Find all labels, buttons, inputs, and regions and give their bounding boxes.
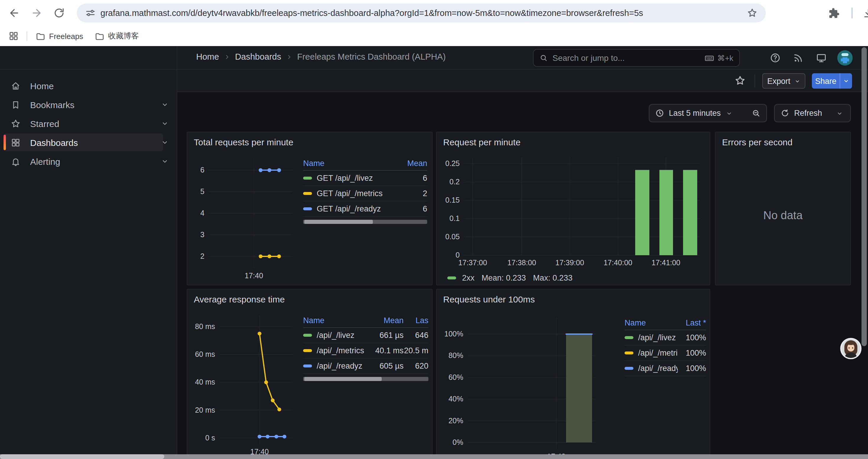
chevron-down-icon[interactable] — [161, 138, 169, 146]
bookmark-icon — [11, 100, 21, 109]
refresh-interval-button[interactable] — [829, 104, 851, 122]
user-avatar[interactable] — [837, 50, 852, 66]
panel-average-response-time: Average response time 80 ms60 ms40 ms20 … — [187, 289, 433, 459]
table-scrollbar[interactable] — [303, 220, 427, 224]
panel-title[interactable]: Average response time — [194, 294, 285, 304]
svg-text:40%: 40% — [448, 395, 463, 403]
chevron-down-icon — [794, 78, 800, 84]
total-requests-chart[interactable]: 6543217:40 — [192, 154, 296, 281]
column-header[interactable]: Name — [303, 159, 398, 167]
legend-table-row[interactable]: /api/_/livez100% — [625, 330, 706, 346]
sidebar-item-dashboards[interactable]: Dashboards — [4, 133, 163, 151]
zoom-out-button[interactable] — [745, 104, 767, 122]
horizontal-scrollbar-thumb[interactable] — [0, 454, 164, 459]
series-name: /api/_/livez — [638, 333, 676, 342]
apps-grid-icon[interactable] — [8, 31, 19, 41]
forward-icon[interactable] — [31, 7, 42, 19]
nav-sidebar: HomeBookmarksStarredDashboardsAlerting — [0, 70, 177, 459]
table-scrollbar-thumb[interactable] — [304, 220, 373, 224]
url-bar[interactable]: grafana.mathmast.com/d/deytv4rwavabkb/fr… — [77, 4, 766, 23]
favorite-dashboard-icon[interactable] — [735, 75, 746, 86]
export-button[interactable]: Export — [762, 73, 805, 89]
extensions-icon[interactable] — [829, 7, 840, 19]
legend-table-row[interactable]: /api/_/readyz605 µs620 — [303, 359, 428, 374]
refresh-button[interactable]: Refresh — [774, 104, 830, 122]
share-button[interactable]: Share — [812, 73, 840, 89]
bookmark-label: Freeleaps — [49, 32, 83, 40]
vertical-scrollbar[interactable] — [862, 47, 867, 346]
help-icon[interactable] — [770, 53, 780, 63]
chevron-down-icon[interactable] — [161, 119, 169, 128]
column-header[interactable]: Name — [303, 316, 369, 325]
table-scrollbar[interactable] — [303, 377, 428, 381]
back-icon[interactable] — [8, 7, 20, 19]
search-input[interactable]: Search or jump to... ⌘+k — [533, 49, 740, 67]
svg-text:2: 2 — [200, 252, 205, 260]
reload-icon[interactable] — [53, 7, 65, 19]
bookmark-freeleaps[interactable]: Freeleaps — [35, 30, 83, 42]
folder-icon — [95, 31, 104, 41]
downloads-icon[interactable] — [863, 7, 868, 19]
svg-text:20 ms: 20 ms — [195, 406, 215, 414]
panel-title[interactable]: Errors per second — [722, 137, 793, 147]
average-response-time-chart[interactable]: 80 ms60 ms40 ms20 ms0 s17:40 — [192, 311, 296, 457]
legend-table: NameMeanLas/api/_/livez661 µs646/api/_/m… — [303, 313, 428, 381]
requests-under-100ms-chart[interactable]: 100%80%60%40%20%0%17:40 — [441, 314, 602, 459]
column-header[interactable]: Mean — [398, 159, 427, 167]
share-menu-button[interactable] — [840, 73, 852, 89]
time-range-picker[interactable]: Last 5 minutes — [649, 104, 746, 122]
sidebar-item-starred[interactable]: Starred — [4, 114, 163, 132]
column-header[interactable]: Name — [625, 318, 678, 327]
legend-table-row[interactable]: GET /api/_/metrics2 — [303, 186, 427, 201]
chevron-down-icon[interactable] — [161, 157, 169, 165]
bookmark-favorites[interactable]: 收藏博客 — [95, 30, 139, 42]
legend-table-row[interactable]: GET /api/_/readyz6 — [303, 201, 427, 217]
assistant-avatar[interactable] — [840, 338, 862, 359]
sidebar-item-alerting[interactable]: Alerting — [4, 153, 163, 170]
table-scrollbar-thumb[interactable] — [304, 377, 382, 381]
column-header[interactable]: Mean — [369, 316, 404, 325]
legend-table-row[interactable]: GET /api/_/livez6 — [303, 171, 427, 186]
legend-table-row[interactable]: /api/_/metrics100% — [625, 346, 706, 361]
legend-table-row[interactable]: /api/_/metrics40.1 ms20.5 m — [303, 343, 428, 359]
legend-table-row[interactable]: /api/_/readyz100% — [625, 361, 706, 376]
star-icon — [11, 119, 21, 129]
chart-legend[interactable]: 2xx Mean: 0.233 Max: 0.233 — [447, 273, 572, 282]
panel-total-requests: Total requests per minute 6543217:40 Nam… — [187, 132, 433, 285]
series-color-pill — [303, 177, 312, 179]
svg-text:80 ms: 80 ms — [195, 322, 215, 330]
kiosk-icon[interactable] — [816, 53, 827, 63]
search-placeholder: Search or jump to... — [553, 53, 700, 63]
breadcrumb-item[interactable]: Dashboards — [235, 52, 281, 61]
breadcrumb-item: Freeleaps Metrics Dashboard (ALPHA) — [297, 52, 446, 61]
refresh-icon — [780, 109, 789, 118]
panel-title[interactable]: Requests under 100ms — [443, 294, 535, 304]
series-color-pill — [303, 334, 312, 337]
search-shortcut: ⌘+k — [704, 53, 733, 63]
home-icon — [11, 80, 21, 91]
legend-pill — [447, 276, 456, 280]
chevron-down-icon — [725, 109, 733, 117]
sidebar-item-home[interactable]: Home — [4, 77, 163, 95]
news-icon[interactable] — [793, 53, 804, 63]
svg-text:0.1: 0.1 — [450, 214, 460, 222]
legend-table-row[interactable]: /api/_/livez661 µs646 — [303, 328, 428, 343]
panel-title[interactable]: Total requests per minute — [194, 137, 293, 147]
request-per-minute-chart[interactable]: 0.250.20.150.10.05017:37:0017:38:0017:39… — [441, 153, 706, 268]
sidebar-item-bookmarks[interactable]: Bookmarks — [4, 96, 163, 113]
breadcrumb-item[interactable]: Home — [196, 52, 219, 61]
chevron-down-icon[interactable] — [161, 100, 169, 109]
series-name: GET /api/_/livez — [317, 174, 373, 183]
site-settings-icon[interactable] — [85, 8, 96, 18]
column-header[interactable]: Las — [404, 316, 428, 325]
url-text[interactable]: grafana.mathmast.com/d/deytv4rwavabkb/fr… — [100, 8, 643, 18]
column-header[interactable]: Last * — [678, 318, 706, 327]
horizontal-scrollbar[interactable] — [0, 454, 868, 459]
series-color-pill — [303, 349, 312, 352]
svg-text:40 ms: 40 ms — [195, 378, 215, 386]
series-color-pill — [625, 336, 633, 339]
svg-text:17:41:00: 17:41:00 — [651, 258, 680, 267]
panel-title[interactable]: Request per minute — [443, 137, 521, 147]
series-color-pill — [625, 367, 633, 370]
bookmark-star-icon[interactable] — [747, 8, 757, 18]
